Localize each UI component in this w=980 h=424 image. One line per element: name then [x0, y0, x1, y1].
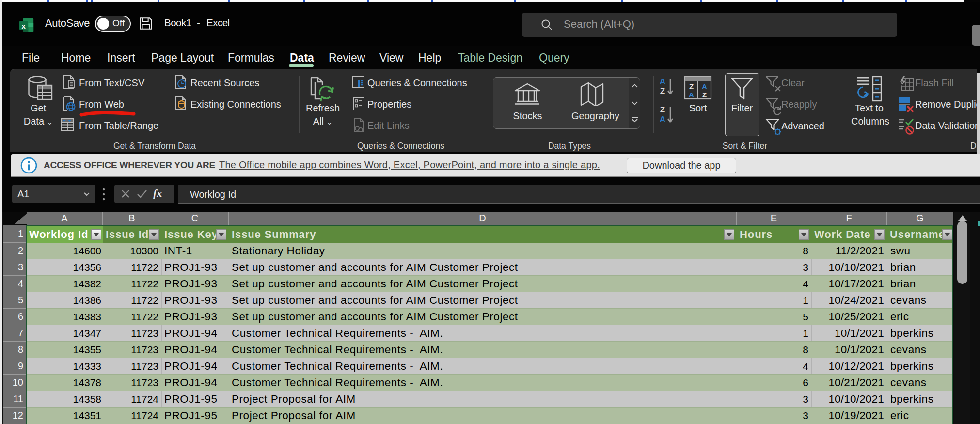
svg-text:Z: Z: [689, 82, 694, 91]
svg-text:Z: Z: [702, 91, 707, 99]
svg-text:Z: Z: [660, 105, 665, 114]
svg-text:A: A: [689, 91, 694, 99]
svg-text:A: A: [702, 82, 707, 91]
svg-text:A: A: [660, 77, 665, 86]
svg-text:A: A: [660, 115, 665, 124]
svg-text:x: x: [22, 22, 26, 30]
svg-text:Z: Z: [660, 87, 665, 96]
